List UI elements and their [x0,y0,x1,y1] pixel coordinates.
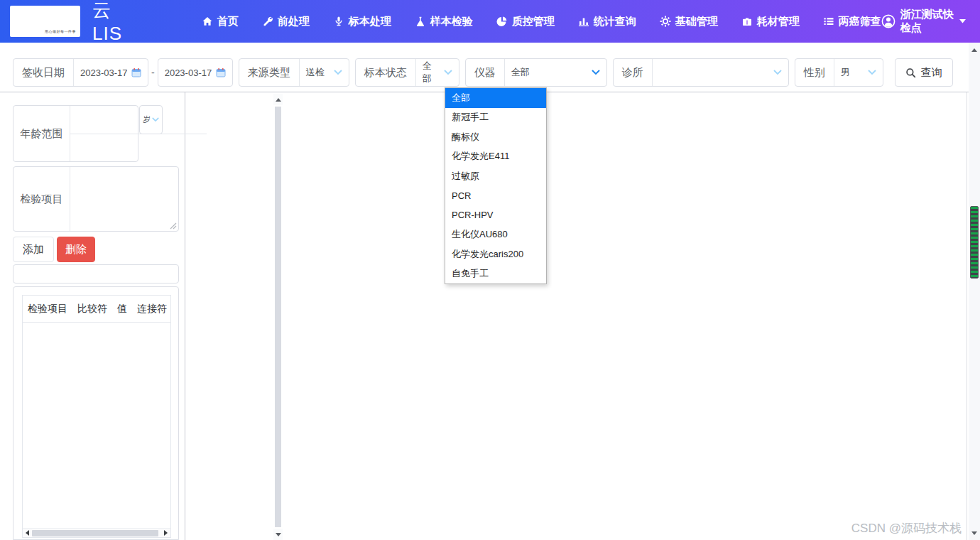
watermark: CSDN @源码技术栈 [851,520,962,536]
clinic-label: 诊所 [614,59,653,86]
column-header: 连接符 [132,303,172,315]
clinic-group: 诊所 [613,58,789,87]
horizontal-scroll-thumb[interactable] [32,530,158,536]
gear-icon [660,16,671,27]
test-items-label: 检验项目 [13,167,70,231]
search-icon [905,68,916,78]
gender-select[interactable]: 男 [834,59,883,86]
chevron-down-icon [868,70,876,75]
instrument-option[interactable]: 化学发光caris200 [445,244,546,264]
add-button[interactable]: 添加 [13,237,54,262]
test-items-textarea[interactable] [70,167,178,231]
specimen-status-group: 标本状态 全部 [355,58,459,87]
specimen-icon [333,16,344,27]
date-from-input[interactable] [80,68,127,78]
pie-chart-icon [496,16,508,27]
chevron-down-icon [773,70,782,75]
instrument-dropdown: 全部新冠手工酶标仪化学发光E411过敏原PCRPCR-HPV生化仪AU680化学… [445,87,547,284]
instrument-option[interactable]: PCR-HPV [445,205,546,225]
nav-item-label: 首页 [217,15,239,28]
delete-button[interactable]: 删除 [57,237,95,262]
user-menu[interactable]: 浙江测试快检点 [881,8,970,35]
instrument-option[interactable]: 过敏原 [445,166,546,186]
chevron-down-icon [592,70,600,75]
nav-item-qc[interactable]: 质控管理 [496,15,555,28]
page-vertical-scrollbar[interactable] [969,43,980,540]
company-logo[interactable]: 用心做好每一件事 [10,6,80,37]
nav-item-label: 耗材管理 [757,15,800,28]
column-header: 比较符 [72,303,112,315]
main-panel-right-border [967,92,967,540]
nav-item-stats[interactable]: 统计查询 [578,15,636,28]
user-name: 浙江测试快检点 [900,8,954,35]
nav-item-screening[interactable]: 两癌筛查 [823,15,881,28]
chevron-down-icon [444,70,452,75]
instrument-option[interactable]: 全部 [445,88,546,108]
receive-date-label: 签收日期 [13,59,74,86]
top-navbar: 用心做好每一件事 云LIS 首页前处理标本处理样本检验质控管理统计查询基础管理耗… [0,0,980,43]
instrument-label: 仪器 [466,59,505,86]
scroll-right-icon[interactable] [161,529,170,538]
horizontal-scrollbar[interactable] [23,528,170,537]
scroll-up-icon[interactable] [273,94,283,105]
nav-item-home[interactable]: 首页 [202,15,239,28]
chevron-down-icon [334,70,342,75]
search-button[interactable]: 查询 [895,58,953,87]
nav-item-sample-test[interactable]: 样本检验 [415,15,473,28]
scroll-down-icon[interactable] [969,527,980,539]
instrument-option[interactable]: PCR [445,186,546,206]
specimen-status-label: 标本状态 [356,59,416,86]
age-unit-select[interactable]: 岁 [139,105,163,134]
nav-menu: 首页前处理标本处理样本检验质控管理统计查询基础管理耗材管理两癌筛查 [202,15,881,28]
horizontal-scroll-track[interactable] [32,529,161,537]
nav-item-label: 基础管理 [675,15,718,28]
app-title: 云LIS [92,0,132,45]
age-min-input[interactable] [70,106,207,134]
briefcase-icon [741,16,753,27]
column-header: 检验项目 [23,303,72,315]
age-range-group: 年龄范围 [13,105,138,162]
nav-item-label: 统计查询 [594,15,636,28]
condition-table-container: 检验项目比较符值连接符 [13,286,179,540]
gender-group: 性别 男 [795,58,883,87]
column-header: 值 [112,303,132,315]
nav-item-supplies[interactable]: 耗材管理 [741,15,800,28]
bar-chart-icon [578,16,589,27]
specimen-status-select[interactable]: 全部 [416,59,459,86]
nav-item-preprocess[interactable]: 前处理 [262,15,310,28]
left-filter-panel: 年龄范围 岁 检验项目 添加 删除 检验项目比较符值连接符 [13,105,179,540]
nav-item-label: 标本处理 [349,15,391,28]
resize-handle-icon[interactable] [170,222,177,230]
calendar-icon[interactable] [216,68,226,77]
age-max-input[interactable] [70,134,207,162]
list-vertical-scrollbar[interactable] [273,94,283,540]
condition-table-header: 检验项目比较符值连接符 [23,296,170,323]
instrument-option[interactable]: 化学发光E411 [445,147,546,167]
scroll-down-icon[interactable] [273,529,283,540]
instrument-option[interactable]: 酶标仪 [445,127,546,147]
instrument-select[interactable]: 全部 [505,59,606,86]
nav-item-label: 样本检验 [430,15,473,28]
condition-table: 检验项目比较符值连接符 [22,295,171,538]
source-type-select[interactable]: 送检 [300,59,349,86]
calendar-icon[interactable] [131,68,141,77]
logo-slogan: 用心做好每一件事 [45,29,76,33]
nav-item-basic[interactable]: 基础管理 [660,15,718,28]
scroll-left-icon[interactable] [23,529,32,538]
clinic-select[interactable] [653,59,788,86]
chevron-down-icon [152,117,159,122]
nav-item-specimen[interactable]: 标本处理 [333,15,391,28]
source-type-label: 来源类型 [239,59,300,86]
date-to-input[interactable] [165,68,212,78]
flask-icon [415,16,426,27]
instrument-option[interactable]: 生化仪AU680 [445,225,546,245]
gender-label: 性别 [795,59,834,86]
list-scroll-thumb[interactable] [275,107,281,527]
condition-input[interactable] [13,264,179,284]
instrument-option[interactable]: 自免手工 [445,264,546,284]
page-scroll-thumb[interactable] [970,206,979,279]
scroll-up-icon[interactable] [969,44,980,55]
caret-down-icon [959,19,966,23]
nav-item-label: 前处理 [278,15,310,28]
instrument-option[interactable]: 新冠手工 [445,108,546,128]
